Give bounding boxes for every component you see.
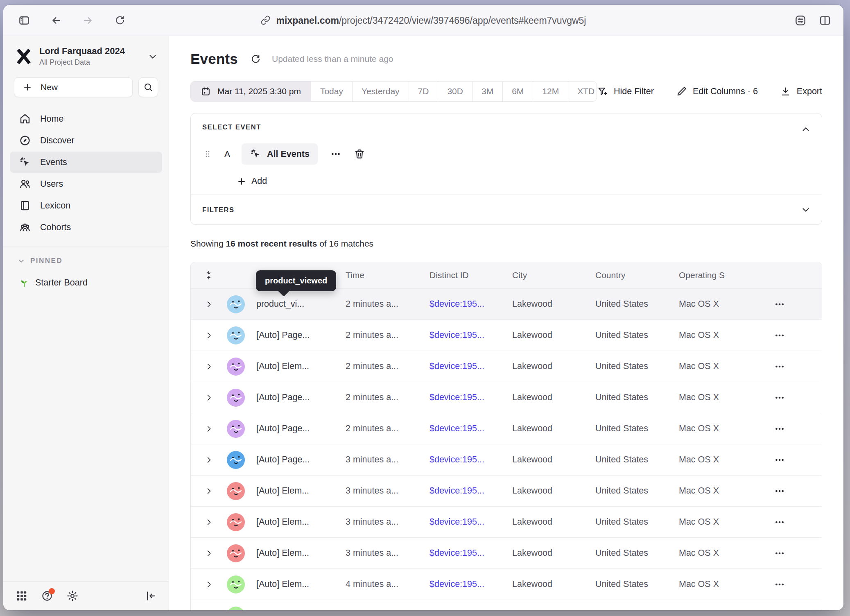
event-name-cell[interactable]: [Auto] Elem...	[256, 361, 346, 371]
trash-icon[interactable]	[354, 148, 365, 160]
chevron-right-icon[interactable]	[191, 549, 227, 558]
forward-icon[interactable]	[81, 14, 95, 27]
row-actions-button[interactable]	[760, 423, 822, 435]
event-name-cell[interactable]: [Auto] Elem...	[256, 548, 346, 558]
edit-columns-button[interactable]: Edit Columns · 6	[676, 86, 758, 97]
avatar	[227, 389, 245, 407]
table-row[interactable]: [Auto] Elem... 2 minutes a... $device:19…	[191, 351, 822, 382]
table-row[interactable]: [Auto] Elem... 4 minutes a... $device:19…	[191, 568, 822, 600]
event-name-cell[interactable]: [Auto] Elem...	[256, 579, 346, 589]
project-switcher[interactable]: Lord Farquaad 2024 All Project Data	[3, 36, 169, 71]
sidebar-item-users[interactable]: Users	[10, 173, 162, 195]
export-button[interactable]: Export	[780, 86, 822, 97]
chevron-right-icon[interactable]	[191, 331, 227, 340]
table-row[interactable]: [Auto] Elem... 3 minutes a... $device:19…	[191, 537, 822, 568]
collapse-section-icon[interactable]	[800, 124, 811, 135]
collapse-rows-icon[interactable]	[191, 270, 227, 281]
gear-icon[interactable]	[66, 590, 79, 602]
event-name-cell[interactable]: [Auto] Page...	[256, 330, 346, 340]
table-row[interactable]: [Auto] Page... 2 minutes a... $device:19…	[191, 413, 822, 444]
event-name-cell[interactable]: [Auto] Elem...	[256, 517, 346, 527]
date-preset-30d[interactable]: 30D	[438, 82, 472, 101]
hide-filter-button[interactable]: Hide Filter	[597, 86, 654, 97]
pinned-item-starter-board[interactable]: Starter Board	[3, 265, 169, 288]
row-actions-button[interactable]	[760, 299, 822, 310]
refresh-icon[interactable]	[250, 54, 261, 65]
expand-filters-icon[interactable]	[800, 204, 811, 215]
sidebar-item-lexicon[interactable]: Lexicon	[10, 195, 162, 216]
sidebar-toggle-icon[interactable]	[17, 14, 31, 27]
distinct-id-link[interactable]: $device:195...	[430, 424, 512, 434]
collapse-sidebar-icon[interactable]	[144, 590, 156, 602]
chevron-right-icon[interactable]	[191, 300, 227, 309]
table-row[interactable]: [Auto] Page... 3 minutes a... $device:19…	[191, 444, 822, 475]
sidebar-item-cohorts[interactable]: Cohorts	[10, 217, 162, 238]
table-row[interactable]: [Auto] Elem... 3 minutes a... $device:19…	[191, 506, 822, 537]
chevron-right-icon[interactable]	[191, 580, 227, 589]
help-icon[interactable]	[41, 590, 53, 602]
filters-label: FILTERS	[202, 206, 235, 214]
add-event-button[interactable]: Add	[237, 176, 810, 186]
apps-grid-icon[interactable]	[16, 590, 28, 602]
sidebar-item-discover[interactable]: Discover	[10, 130, 162, 151]
chevron-right-icon[interactable]	[191, 424, 227, 433]
date-range-current[interactable]: Mar 11, 2025 3:30 pm	[191, 82, 311, 101]
date-preset-xtd[interactable]: XTD	[568, 82, 597, 101]
row-actions-button[interactable]	[760, 579, 822, 590]
chevron-right-icon[interactable]	[191, 455, 227, 464]
event-name-cell[interactable]: [Auto] Page...	[256, 424, 346, 434]
distinct-id-link[interactable]: $device:195...	[430, 392, 512, 403]
distinct-id-link[interactable]: $device:195...	[430, 299, 512, 309]
search-button[interactable]	[138, 77, 158, 97]
chevron-right-icon[interactable]	[191, 518, 227, 527]
distinct-id-link[interactable]: $device:195...	[430, 361, 512, 371]
column-header-country[interactable]: Country	[595, 270, 679, 280]
table-row[interactable]: [Auto] Page... 2 minutes a... $device:19…	[191, 382, 822, 413]
column-header-city[interactable]: City	[512, 270, 595, 280]
date-preset-12m[interactable]: 12M	[533, 82, 568, 101]
chevron-right-icon[interactable]	[191, 393, 227, 402]
event-row-more-icon[interactable]	[328, 148, 344, 160]
distinct-id-link[interactable]: $device:195...	[430, 579, 512, 589]
page-settings-icon[interactable]	[793, 14, 807, 27]
date-preset-6m[interactable]: 6M	[502, 82, 533, 101]
address-bar[interactable]: mixpanel.com/project/3472420/view/397469…	[261, 15, 586, 26]
table-row[interactable]: [Auto] Elem... 3 minutes a... $device:19…	[191, 475, 822, 506]
date-preset-7d[interactable]: 7D	[409, 82, 438, 101]
row-actions-button[interactable]	[760, 454, 822, 466]
column-header-os[interactable]: Operating S	[679, 270, 760, 280]
event-selector-chip[interactable]: All Events	[242, 143, 318, 165]
distinct-id-link[interactable]: $device:195...	[430, 517, 512, 527]
date-preset-today[interactable]: Today	[311, 82, 352, 101]
distinct-id-link[interactable]: $device:195...	[430, 486, 512, 496]
new-button[interactable]: New	[14, 77, 133, 97]
column-header-distinct-id[interactable]: Distinct ID	[430, 270, 512, 280]
sidebar-item-events[interactable]: Events	[10, 152, 162, 173]
distinct-id-link[interactable]: $device:195...	[430, 455, 512, 465]
row-actions-button[interactable]	[760, 392, 822, 403]
sidebar-item-home[interactable]: Home	[10, 108, 162, 129]
row-actions-button[interactable]	[760, 548, 822, 559]
row-actions-button[interactable]	[760, 361, 822, 372]
chevron-right-icon[interactable]	[191, 487, 227, 496]
distinct-id-link[interactable]: $device:195...	[430, 548, 512, 558]
drag-handle-icon[interactable]	[202, 149, 213, 159]
row-actions-button[interactable]	[760, 330, 822, 341]
date-preset-yesterday[interactable]: Yesterday	[352, 82, 409, 101]
distinct-id-link[interactable]: $device:195...	[430, 330, 512, 340]
row-actions-button[interactable]	[760, 485, 822, 497]
table-row[interactable]	[191, 600, 822, 610]
split-view-icon[interactable]	[818, 14, 832, 27]
reload-icon[interactable]	[113, 14, 127, 27]
column-header-time[interactable]: Time	[346, 270, 430, 280]
table-row[interactable]: [Auto] Page... 2 minutes a... $device:19…	[191, 319, 822, 351]
event-name-cell[interactable]: [Auto] Page...	[256, 392, 346, 403]
event-name-cell[interactable]: [Auto] Page...	[256, 455, 346, 465]
back-icon[interactable]	[49, 14, 63, 27]
row-actions-button[interactable]	[760, 516, 822, 528]
event-name-cell[interactable]: product_vi...	[256, 299, 346, 309]
date-preset-3m[interactable]: 3M	[472, 82, 502, 101]
pinned-section-header[interactable]: PINNED	[3, 247, 169, 265]
chevron-right-icon[interactable]	[191, 362, 227, 371]
event-name-cell[interactable]: [Auto] Elem...	[256, 486, 346, 496]
